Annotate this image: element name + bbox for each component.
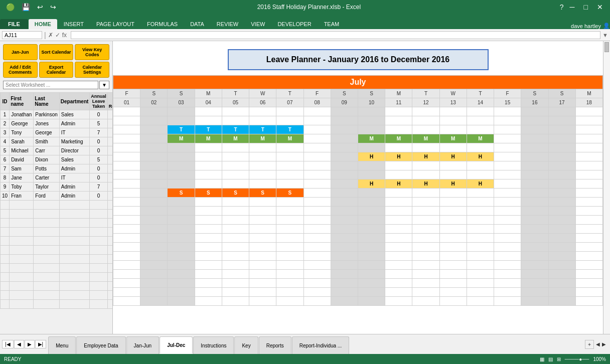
cell-9-16[interactable]	[548, 179, 575, 189]
empty-cell-13-9[interactable]	[358, 216, 385, 225]
left-cell-10-3[interactable]: Admin	[59, 192, 90, 201]
add-sheet-button[interactable]: ＋	[585, 340, 594, 349]
left-cell-6-0[interactable]: 6	[1, 155, 10, 164]
left-cell-1-3[interactable]: Sales	[59, 110, 90, 119]
left-cell-8-5[interactable]: 28	[107, 173, 112, 183]
left-cell-1-4[interactable]: 0	[90, 110, 108, 119]
tab-prev-button[interactable]: ◀	[14, 340, 24, 348]
empty-cell-12-16[interactable]	[548, 207, 575, 216]
empty-cell-18-0[interactable]	[113, 261, 140, 270]
left-empty-cell-18-2[interactable]	[34, 264, 59, 273]
empty-cell-20-13[interactable]	[467, 279, 494, 288]
empty-cell-19-1[interactable]	[140, 270, 168, 279]
empty-cell-15-1[interactable]	[140, 234, 168, 243]
empty-cell-20-3[interactable]	[195, 279, 222, 288]
cell-1-17[interactable]	[575, 107, 602, 116]
left-cell-10-4[interactable]: 0	[90, 192, 108, 201]
empty-cell-14-5[interactable]	[249, 225, 276, 234]
cell-3-8[interactable]	[331, 125, 358, 134]
empty-cell-11-4[interactable]	[222, 198, 249, 207]
cell-3-4[interactable]: T	[222, 125, 249, 134]
empty-cell-22-14[interactable]	[494, 297, 521, 306]
cell-2-15[interactable]	[521, 116, 548, 125]
cell-8-8[interactable]	[331, 170, 358, 179]
empty-cell-17-17[interactable]	[575, 252, 602, 261]
empty-cell-17-5[interactable]	[249, 252, 276, 261]
empty-cell-21-14[interactable]	[494, 288, 521, 297]
empty-cell-18-1[interactable]	[140, 261, 168, 270]
empty-cell-16-17[interactable]	[575, 243, 602, 252]
left-cell-3-5[interactable]: 12	[107, 128, 112, 137]
left-cell-9-2[interactable]: Taylor	[34, 183, 59, 192]
empty-cell-17-8[interactable]	[331, 252, 358, 261]
cell-9-9[interactable]: H	[358, 179, 385, 189]
left-empty-cell-13-4[interactable]	[90, 219, 108, 228]
cell-3-7[interactable]	[303, 125, 331, 134]
cancel-formula-icon[interactable]: ✗	[48, 32, 53, 39]
view-normal-icon[interactable]: ▦	[540, 356, 544, 362]
empty-cell-14-2[interactable]	[168, 225, 195, 234]
empty-cell-15-12[interactable]	[439, 234, 467, 243]
left-empty-cell-12-0[interactable]	[1, 210, 10, 219]
left-empty-cell-14-1[interactable]	[10, 228, 34, 237]
cell-2-6[interactable]	[276, 116, 303, 125]
empty-cell-19-8[interactable]	[331, 270, 358, 279]
empty-cell-22-0[interactable]	[113, 297, 140, 306]
close-button[interactable]: ✕	[594, 2, 606, 12]
left-empty-cell-12-3[interactable]	[59, 210, 90, 219]
cell-4-3[interactable]: M	[195, 134, 222, 143]
empty-cell-19-11[interactable]	[412, 270, 439, 279]
left-cell-7-0[interactable]: 7	[1, 164, 10, 173]
empty-cell-19-0[interactable]	[113, 270, 140, 279]
cell-2-1[interactable]	[140, 116, 168, 125]
empty-cell-12-9[interactable]	[358, 207, 385, 216]
cell-6-6[interactable]	[276, 152, 303, 161]
cell-9-13[interactable]: H	[467, 179, 494, 189]
cell-6-0[interactable]	[113, 152, 140, 161]
restore-button[interactable]: □	[581, 2, 591, 12]
cell-7-13[interactable]	[467, 161, 494, 170]
cell-7-17[interactable]	[575, 161, 602, 170]
cell-3-5[interactable]: T	[249, 125, 276, 134]
cell-3-0[interactable]	[113, 125, 140, 134]
left-empty-cell-13-3[interactable]	[59, 219, 90, 228]
left-cell-2-2[interactable]: Jones	[34, 119, 59, 128]
empty-cell-15-15[interactable]	[521, 234, 548, 243]
empty-cell-17-10[interactable]	[385, 252, 412, 261]
tab-page-layout[interactable]: PAGE LAYOUT	[90, 19, 140, 29]
left-cell-9-5[interactable]: 23	[107, 183, 112, 192]
empty-cell-21-6[interactable]	[276, 288, 303, 297]
empty-cell-20-7[interactable]	[303, 279, 331, 288]
empty-cell-13-1[interactable]	[140, 216, 168, 225]
empty-cell-13-4[interactable]	[222, 216, 249, 225]
cell-3-15[interactable]	[521, 125, 548, 134]
empty-cell-20-11[interactable]	[412, 279, 439, 288]
cell-1-6[interactable]	[276, 107, 303, 116]
left-cell-5-0[interactable]: 5	[1, 146, 10, 155]
cell-6-8[interactable]	[331, 152, 358, 161]
empty-cell-12-13[interactable]	[467, 207, 494, 216]
left-cell-6-2[interactable]: Dixon	[34, 155, 59, 164]
empty-cell-16-16[interactable]	[548, 243, 575, 252]
cell-2-3[interactable]	[195, 116, 222, 125]
cell-3-9[interactable]	[358, 125, 385, 134]
cell-4-1[interactable]	[140, 134, 168, 143]
empty-cell-11-12[interactable]	[439, 198, 467, 207]
sheet-tab-menu[interactable]: Menu	[48, 336, 76, 354]
cell-2-7[interactable]	[303, 116, 331, 125]
left-empty-cell-21-0[interactable]	[1, 291, 10, 300]
sheet-tab-instructions[interactable]: Instructions	[193, 336, 234, 354]
empty-cell-17-2[interactable]	[168, 252, 195, 261]
cell-2-11[interactable]	[412, 116, 439, 125]
empty-cell-16-4[interactable]	[222, 243, 249, 252]
cell-4-2[interactable]: M	[168, 134, 195, 143]
empty-cell-17-13[interactable]	[467, 252, 494, 261]
cell-1-14[interactable]	[494, 107, 521, 116]
tab-review[interactable]: REVIEW	[211, 19, 244, 29]
empty-cell-20-9[interactable]	[358, 279, 385, 288]
empty-cell-22-8[interactable]	[331, 297, 358, 306]
cell-7-14[interactable]	[494, 161, 521, 170]
cell-1-12[interactable]	[439, 107, 467, 116]
empty-cell-16-13[interactable]	[467, 243, 494, 252]
empty-cell-11-3[interactable]	[195, 198, 222, 207]
